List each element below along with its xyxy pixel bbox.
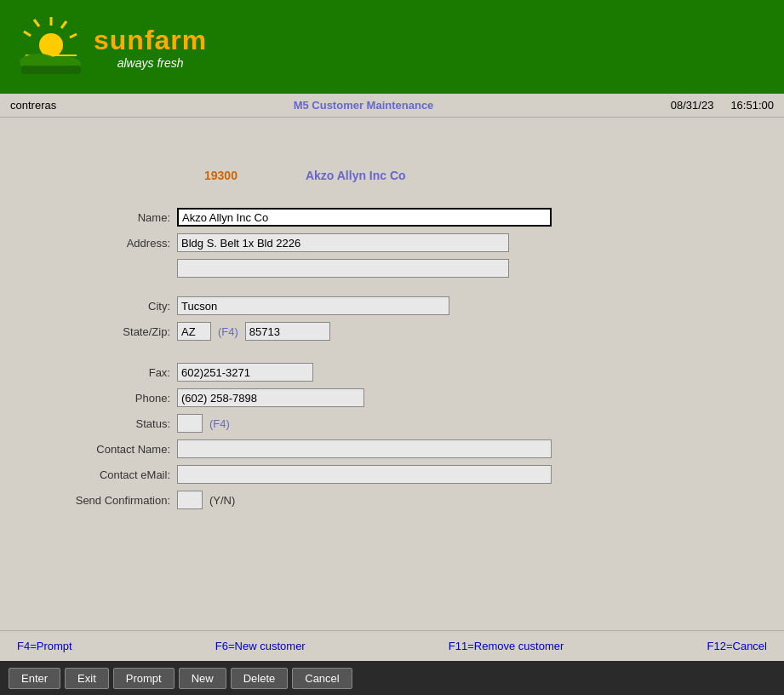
- taskbar: Enter Exit Prompt New Delete Cancel: [0, 661, 784, 695]
- status-title: M5 Customer Maintenance: [294, 99, 434, 112]
- address2-row: [34, 259, 750, 278]
- f4-prompt-key[interactable]: F4=Prompt: [17, 640, 72, 652]
- status-datetime: 08/31/23 16:51:00: [671, 99, 774, 112]
- logo-area: sunfarm always fresh: [94, 25, 207, 70]
- app-header: sunfarm always fresh: [0, 0, 784, 94]
- status-time: 16:51:00: [730, 99, 774, 112]
- enter-button[interactable]: Enter: [9, 668, 60, 689]
- new-button[interactable]: New: [179, 668, 226, 689]
- phone-label: Phone:: [34, 392, 170, 405]
- contact-name-row: Contact Name:: [34, 439, 750, 458]
- contact-name-input[interactable]: [177, 439, 552, 458]
- svg-rect-9: [21, 66, 81, 74]
- svg-line-4: [24, 32, 31, 36]
- city-label: City:: [34, 300, 170, 313]
- state-zip-row: State/Zip: (F4): [34, 322, 750, 341]
- cancel-button[interactable]: Cancel: [292, 668, 352, 689]
- phone-row: Phone:: [34, 388, 750, 407]
- f12-cancel-key[interactable]: F12=Cancel: [707, 640, 767, 652]
- state-f4-hint: (F4): [218, 325, 238, 338]
- f11-remove-customer-key[interactable]: F11=Remove customer: [449, 640, 564, 652]
- svg-line-1: [61, 21, 66, 28]
- svg-point-5: [39, 33, 63, 57]
- state-zip-label: State/Zip:: [34, 325, 170, 338]
- svg-line-2: [70, 34, 77, 37]
- status-input[interactable]: [177, 414, 203, 433]
- send-confirm-row: Send Confirmation: (Y/N): [34, 491, 750, 509]
- yn-hint: (Y/N): [209, 494, 235, 507]
- city-row: City:: [34, 296, 750, 315]
- logo-text: sunfarm: [94, 25, 207, 56]
- phone-input[interactable]: [177, 388, 364, 407]
- status-user: contreras: [10, 99, 56, 112]
- name-label: Name:: [34, 211, 170, 224]
- customer-id-row: 19300 Akzo Allyn Inc Co: [204, 169, 750, 182]
- contact-email-input[interactable]: [177, 465, 552, 484]
- fax-input[interactable]: [177, 363, 313, 382]
- main-content: 19300 Akzo Allyn Inc Co Name: Address: C…: [0, 118, 784, 630]
- exit-button[interactable]: Exit: [65, 668, 109, 689]
- send-confirm-label: Send Confirmation:: [34, 494, 170, 507]
- state-input[interactable]: [177, 322, 211, 341]
- contact-email-row: Contact eMail:: [34, 465, 750, 484]
- contact-name-label: Contact Name:: [34, 443, 170, 456]
- logo-subtext: always fresh: [117, 56, 184, 70]
- customer-name-display: Akzo Allyn Inc Co: [306, 169, 406, 182]
- zip-input[interactable]: [245, 322, 330, 341]
- address-input[interactable]: [177, 233, 509, 252]
- prompt-button[interactable]: Prompt: [113, 668, 175, 689]
- name-row: Name:: [34, 208, 750, 227]
- status-label: Status:: [34, 417, 170, 430]
- status-bar: contreras M5 Customer Maintenance 08/31/…: [0, 94, 784, 118]
- send-confirm-input[interactable]: [177, 491, 203, 509]
- delete-button[interactable]: Delete: [231, 668, 289, 689]
- fax-row: Fax:: [34, 363, 750, 382]
- form-area: Name: Address: City: State/Zip: (F4): [34, 208, 750, 509]
- city-input[interactable]: [177, 296, 449, 315]
- address-row: Address:: [34, 233, 750, 252]
- contact-email-label: Contact eMail:: [34, 468, 170, 481]
- status-f4-hint: (F4): [209, 417, 230, 430]
- fax-label: Fax:: [34, 366, 170, 379]
- sun-logo-icon: [17, 13, 85, 81]
- fkeys-bar: F4=Prompt F6=New customer F11=Remove cus…: [0, 630, 784, 661]
- name-input[interactable]: [177, 208, 552, 227]
- address-label: Address:: [34, 237, 170, 250]
- svg-line-3: [34, 20, 39, 26]
- f6-new-customer-key[interactable]: F6=New customer: [215, 640, 306, 652]
- address2-input[interactable]: [177, 259, 509, 278]
- customer-id: 19300: [204, 169, 237, 182]
- status-row: Status: (F4): [34, 414, 750, 433]
- status-date: 08/31/23: [671, 99, 714, 112]
